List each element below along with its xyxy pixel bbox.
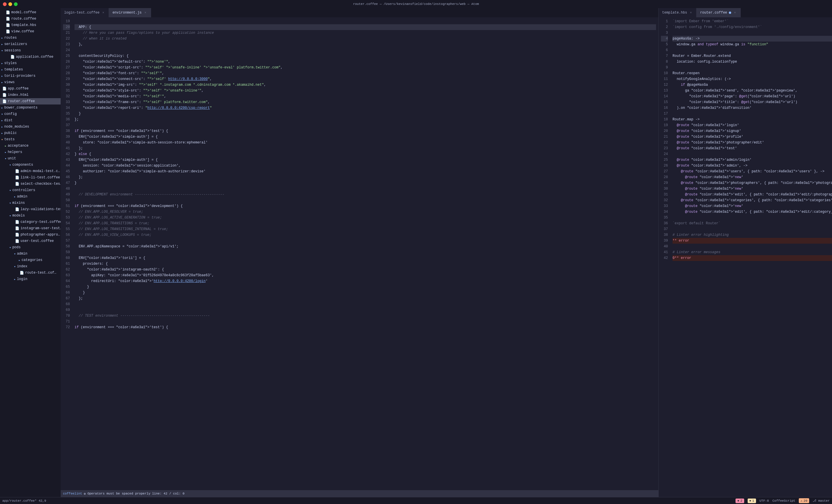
- folder-icon: ▸: [1, 61, 3, 65]
- main-layout: 📄model.coffee 📄route.coffee 📄template.hb…: [0, 8, 832, 497]
- sidebar-item-label: admin: [17, 252, 27, 256]
- sidebar-item-templates[interactable]: ▸ templates: [0, 66, 61, 73]
- tab-label: environment.js: [112, 11, 141, 15]
- error-badge: ● 2: [735, 499, 744, 503]
- tab-environment-js[interactable]: environment.js ×: [109, 8, 151, 17]
- sidebar-item-dist[interactable]: ▸ dist: [0, 117, 61, 123]
- folder-icon: ▸: [5, 150, 7, 154]
- status-bar: app/router.coffee* 42,9 ● 2 ● 1 UTF-8 Co…: [0, 497, 832, 504]
- sidebar-item-admin-folder[interactable]: ▸ admin: [0, 193, 61, 200]
- sidebar-item-controllers[interactable]: ▾ controllers: [0, 187, 61, 193]
- right-editor-pane: template.hbs × router.coffee × 123456789…: [659, 8, 832, 497]
- sidebar-item-views[interactable]: ▸ views: [0, 79, 61, 85]
- file-type-icon: 📄: [15, 220, 19, 224]
- sidebar-item-sessions[interactable]: ▾ sessions: [0, 47, 61, 54]
- sidebar-item-components[interactable]: ▾ components: [0, 162, 61, 168]
- status-left: app/router.coffee* 42,9: [2, 499, 46, 503]
- status-right: ● 2 ● 1 UTF-8 CoffeeScript ⚠ 20 ⎇ master: [735, 498, 830, 503]
- maximize-button[interactable]: [14, 2, 18, 6]
- sidebar-item-label: dist: [4, 118, 13, 122]
- left-editor-content[interactable]: 1920212223242526272829303132333435363738…: [61, 17, 658, 490]
- file-type-icon: 📄: [2, 87, 7, 91]
- sidebar-item-route-coffee[interactable]: 📄route.coffee: [0, 16, 61, 22]
- tab-router-coffee[interactable]: router.coffee ×: [697, 8, 741, 17]
- file-type-icon: 📄: [2, 93, 7, 97]
- sidebar-item-mixins[interactable]: ▾ mixins: [0, 200, 61, 206]
- sidebar-item-photographer-appro[interactable]: 📄photographer-appro…: [0, 231, 61, 238]
- sidebar-item-label: category-test.coffee: [21, 220, 61, 224]
- sidebar-item-index-html[interactable]: 📄index.html: [0, 92, 61, 98]
- sidebar-item-router-coffee[interactable]: 📄router.coffee: [0, 98, 61, 105]
- title-bar: router.coffee — /Users/kevinansfield/cod…: [0, 0, 832, 8]
- sidebar-item-admin-modal-test[interactable]: 📄admin-modal-test.c…: [0, 168, 61, 174]
- sidebar-item-label: application.coffee: [16, 55, 53, 59]
- tab-template-hbs[interactable]: template.hbs ×: [659, 8, 697, 17]
- sidebar-item-admin2[interactable]: ▾ admin: [0, 251, 61, 257]
- sidebar-item-index[interactable]: ▾ index: [0, 263, 61, 270]
- sidebar-item-app-coffee[interactable]: 📄app.coffee: [0, 85, 61, 92]
- sidebar-item-serializers[interactable]: ▸ serializers: [0, 41, 61, 47]
- sidebar-item-label: controllers: [12, 188, 35, 192]
- sidebar-item-label: user-test.coffee: [21, 239, 54, 243]
- sidebar-item-pods[interactable]: ▾ pods: [0, 244, 61, 251]
- sidebar-item-category-test[interactable]: 📄category-test.coffee: [0, 219, 61, 225]
- sidebar-item-model-coffee[interactable]: 📄model.coffee: [0, 9, 61, 16]
- close-button[interactable]: [3, 2, 7, 6]
- sidebar-item-bower-components[interactable]: ▸ bower_components: [0, 105, 61, 111]
- modified-indicator: [729, 11, 731, 14]
- tab-close-icon[interactable]: ×: [689, 11, 693, 15]
- sidebar-item-label: template.hbs: [11, 23, 36, 27]
- sidebar-item-routes[interactable]: ▸ routes: [0, 35, 61, 41]
- sidebar-item-label: index: [17, 264, 27, 269]
- file-type-icon: 📄: [15, 226, 19, 231]
- sidebar-item-lazy-validations[interactable]: 📄lazy-validations-tes…: [0, 206, 61, 213]
- sidebar-item-template-hbs[interactable]: 📄template.hbs: [0, 22, 61, 28]
- sidebar-item-unit[interactable]: ▾ unit: [0, 155, 61, 162]
- sidebar-item-config[interactable]: ▾ config: [0, 111, 61, 117]
- folder-icon: ▸: [19, 258, 21, 262]
- tab-close-icon[interactable]: ×: [733, 11, 737, 15]
- sidebar-item-link-li-test[interactable]: 📄link-li-test.coffee: [0, 174, 61, 181]
- right-editor-content[interactable]: 1234567891011121314151617181920212223242…: [659, 17, 832, 497]
- sidebar-item-helpers[interactable]: ▸ helpers: [0, 149, 61, 155]
- sidebar-item-models[interactable]: ▾ models: [0, 213, 61, 219]
- sidebar-item-label: helpers: [8, 150, 22, 154]
- sidebar-item-label: route.coffee: [11, 17, 36, 21]
- tab-login-test[interactable]: login-test.coffee ×: [61, 8, 109, 17]
- folder-icon: ▾: [9, 201, 11, 205]
- tab-label: router.coffee: [700, 11, 727, 15]
- tab-close-icon[interactable]: ×: [143, 11, 147, 15]
- git-branch: ⎇ master: [813, 499, 830, 503]
- sidebar-item-login[interactable]: ▸ login: [0, 276, 61, 282]
- sidebar-item-view-coffee[interactable]: 📄view.coffee: [0, 28, 61, 35]
- sidebar-item-label: route-test.cof…: [25, 271, 56, 275]
- sidebar-item-public[interactable]: ▸ public: [0, 130, 61, 136]
- folder-icon: ▾: [9, 189, 11, 192]
- sidebar-item-application-coffee[interactable]: 📄application.coffee: [0, 54, 61, 60]
- sidebar-item-label: public: [4, 131, 17, 135]
- folder-icon: ▸: [14, 195, 16, 199]
- sidebar-item-label: acceptance: [8, 144, 29, 148]
- sidebar-item-label: index.html: [8, 93, 29, 97]
- coffeelint-position: line: 42 / col: 0: [152, 492, 184, 495]
- sidebar-item-label: torii-providers: [4, 74, 35, 78]
- file-type-icon: 📄: [10, 55, 15, 59]
- sidebar-item-select-checkbox-test[interactable]: 📄select-checkbox-tes…: [0, 181, 61, 187]
- sidebar-item-acceptance[interactable]: ▸ acceptance: [0, 143, 61, 149]
- sidebar-item-route-test[interactable]: 📄route-test.cof…: [0, 270, 61, 276]
- folder-icon: ▸: [1, 74, 3, 78]
- sidebar-item-node-modules[interactable]: ▸ node_modules: [0, 123, 61, 130]
- coffeelint-message: Operators must be spaced properly: [87, 492, 151, 495]
- sidebar-item-label: sessions: [4, 49, 21, 53]
- tab-close-icon[interactable]: ×: [101, 11, 105, 15]
- sidebar-item-styles[interactable]: ▸ styles: [0, 60, 61, 66]
- sidebar-item-categories[interactable]: ▸ categories: [0, 257, 61, 263]
- warning-badge: ● 1: [748, 499, 756, 503]
- sidebar-item-tests[interactable]: ▾ tests: [0, 136, 61, 143]
- sidebar-item-user-test[interactable]: 📄user-test.coffee: [0, 238, 61, 244]
- sidebar-item-label: bower_components: [4, 106, 37, 110]
- sidebar-item-instagram-user-test[interactable]: 📄instagram-user-test…: [0, 225, 61, 231]
- sidebar-item-label: styles: [4, 61, 17, 65]
- sidebar-item-torii-providers[interactable]: ▸ torii-providers: [0, 73, 61, 79]
- minimize-button[interactable]: [8, 2, 12, 6]
